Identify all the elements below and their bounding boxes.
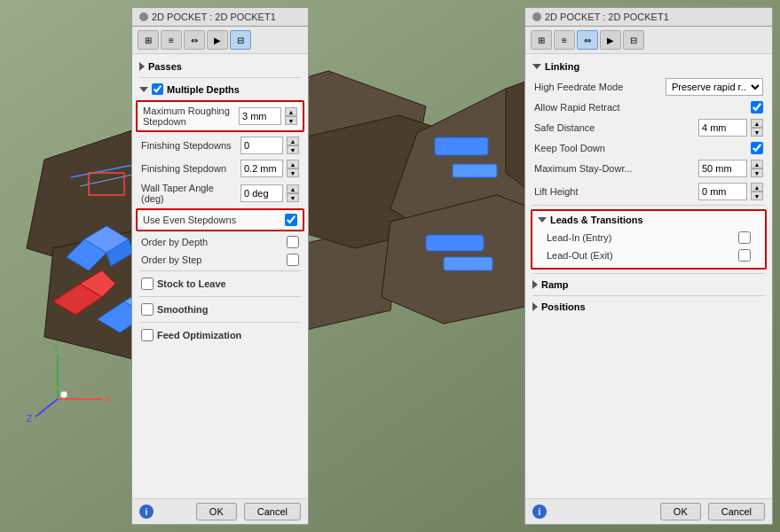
right-toolbar-btn-4[interactable]: ▶ bbox=[600, 30, 621, 50]
toolbar-btn-3[interactable]: ⇔ bbox=[184, 30, 205, 50]
passes-section-header[interactable]: Passes bbox=[132, 58, 308, 75]
multiple-depths-label: Multiple Depths bbox=[167, 84, 240, 95]
toolbar-btn-2[interactable]: ≡ bbox=[161, 30, 182, 50]
order-by-step-label: Order by Step bbox=[141, 254, 283, 265]
finishing-stepdown-label: Finishing Stepdown bbox=[141, 163, 237, 174]
right-info-button[interactable]: i bbox=[532, 505, 547, 519]
max-roughing-label: Maximum Roughing Stepdown bbox=[143, 106, 235, 127]
lead-out-checkbox[interactable] bbox=[738, 249, 751, 262]
lead-in-row: Lead-In (Entry) bbox=[538, 229, 760, 246]
right-divider-1 bbox=[532, 205, 765, 206]
spinner-down-1[interactable]: ▼ bbox=[285, 116, 297, 125]
ramp-header[interactable]: Ramp bbox=[525, 276, 772, 293]
finishing-stepdowns-input[interactable] bbox=[240, 137, 283, 154]
right-panel-title: 2D POCKET : 2D POCKET1 bbox=[525, 8, 772, 27]
multiple-depths-checkbox[interactable] bbox=[152, 83, 163, 95]
keep-tool-down-checkbox[interactable] bbox=[751, 142, 763, 154]
left-ok-button[interactable]: OK bbox=[196, 503, 237, 520]
left-cancel-button[interactable]: Cancel bbox=[244, 503, 301, 520]
safe-distance-input[interactable] bbox=[698, 119, 747, 137]
toolbar-btn-1[interactable]: ⊞ bbox=[138, 30, 159, 50]
left-panel: 2D POCKET : 2D POCKET1 ⊞ ≡ ⇔ ▶ ⊟ Passes … bbox=[131, 7, 309, 525]
divider-1 bbox=[139, 77, 301, 78]
left-panel-footer: i OK Cancel bbox=[132, 498, 308, 524]
passes-label: Passes bbox=[148, 61, 182, 72]
right-spinner-up-3[interactable]: ▲ bbox=[751, 183, 763, 192]
positions-header[interactable]: Positions bbox=[525, 298, 772, 316]
right-toolbar-btn-5[interactable]: ⊟ bbox=[623, 30, 644, 50]
linking-header[interactable]: Linking bbox=[525, 58, 772, 75]
svg-text:Y: Y bbox=[53, 343, 59, 353]
smoothing-checkbox[interactable] bbox=[141, 303, 154, 316]
lead-out-row: Lead-Out (Exit) bbox=[538, 246, 760, 264]
use-even-stepdowns-checkbox[interactable] bbox=[285, 214, 297, 226]
svg-point-29 bbox=[60, 391, 67, 398]
wall-taper-label: Wall Taper Angle (deg) bbox=[141, 183, 237, 204]
lift-height-spinner: ▲ ▼ bbox=[751, 183, 763, 200]
left-info-button[interactable]: i bbox=[139, 505, 154, 519]
stock-to-leave-checkbox[interactable] bbox=[141, 278, 154, 290]
lead-in-checkbox[interactable] bbox=[738, 231, 751, 244]
wall-taper-input[interactable] bbox=[240, 184, 283, 202]
allow-rapid-checkbox[interactable] bbox=[751, 101, 763, 113]
multiple-depths-header[interactable]: Multiple Depths bbox=[132, 80, 308, 98]
linking-label: Linking bbox=[545, 61, 579, 72]
right-divider-3 bbox=[532, 295, 765, 296]
order-by-depth-checkbox[interactable] bbox=[287, 236, 299, 248]
keep-tool-down-row: Keep Tool Down bbox=[525, 139, 772, 157]
right-panel-content: Linking High Feedrate Mode Preserve rapi… bbox=[525, 54, 772, 498]
feed-optimization-row: Feed Optimization bbox=[132, 325, 308, 346]
toolbar-btn-5[interactable]: ⊟ bbox=[230, 30, 251, 50]
lead-out-label: Lead-Out (Exit) bbox=[547, 250, 735, 261]
max-stay-down-input[interactable] bbox=[698, 160, 747, 177]
right-spinner-down-2[interactable]: ▼ bbox=[751, 168, 763, 177]
left-toolbar: ⊞ ≡ ⇔ ▶ ⊟ bbox=[132, 27, 308, 54]
right-toolbar-btn-2[interactable]: ≡ bbox=[554, 30, 575, 50]
wall-taper-spinner: ▲ ▼ bbox=[287, 184, 299, 202]
spinner-down-3[interactable]: ▼ bbox=[287, 168, 299, 177]
max-roughing-spinner: ▲ ▼ bbox=[285, 107, 297, 125]
right-ok-button[interactable]: OK bbox=[660, 503, 701, 520]
right-toolbar-btn-1[interactable]: ⊞ bbox=[531, 30, 552, 50]
max-stay-down-row: Maximum Stay-Dowr... ▲ ▼ bbox=[525, 157, 772, 180]
lead-in-label: Lead-In (Entry) bbox=[547, 232, 735, 243]
finishing-stepdowns-row: Finishing Stepdowns ▲ ▼ bbox=[132, 134, 308, 157]
order-by-depth-row: Order by Depth bbox=[132, 233, 308, 251]
order-by-step-checkbox[interactable] bbox=[287, 254, 299, 266]
svg-text:X: X bbox=[105, 395, 111, 404]
right-spinner-down-3[interactable]: ▼ bbox=[751, 192, 763, 200]
svg-rect-19 bbox=[435, 137, 488, 155]
spinner-down-2[interactable]: ▼ bbox=[287, 145, 299, 154]
right-spinner-up-2[interactable]: ▲ bbox=[751, 160, 763, 168]
toolbar-btn-4[interactable]: ▶ bbox=[207, 30, 228, 50]
spinner-up-3[interactable]: ▲ bbox=[287, 160, 299, 168]
order-by-step-row: Order by Step bbox=[132, 251, 308, 269]
right-cancel-button[interactable]: Cancel bbox=[708, 503, 765, 520]
right-spinner-down-1[interactable]: ▼ bbox=[751, 128, 763, 137]
svg-rect-21 bbox=[426, 235, 484, 251]
leads-transitions-header[interactable]: Leads & Transitions bbox=[538, 215, 760, 225]
leads-transitions-label: Leads & Transitions bbox=[550, 215, 643, 225]
right-title-dot bbox=[532, 12, 541, 21]
allow-rapid-label: Allow Rapid Retract bbox=[534, 102, 747, 113]
leads-triangle bbox=[538, 217, 547, 223]
stock-to-leave-row: Stock to Leave bbox=[132, 273, 308, 294]
divider-2 bbox=[139, 270, 301, 271]
leads-transitions-section: Leads & Transitions Lead-In (Entry) Lead… bbox=[531, 209, 767, 270]
high-feedrate-dropdown[interactable]: Preserve rapid r... bbox=[666, 78, 763, 96]
spinner-up-1[interactable]: ▲ bbox=[285, 107, 297, 116]
divider-4 bbox=[139, 322, 301, 323]
max-roughing-input[interactable] bbox=[239, 107, 281, 125]
spinner-down-4[interactable]: ▼ bbox=[287, 193, 299, 202]
spinner-up-4[interactable]: ▲ bbox=[287, 184, 299, 193]
ramp-label: Ramp bbox=[541, 279, 569, 290]
finishing-stepdown-input[interactable] bbox=[240, 160, 283, 177]
right-toolbar-btn-3[interactable]: ⇔ bbox=[577, 30, 598, 50]
feed-optimization-checkbox[interactable] bbox=[141, 329, 154, 341]
lift-height-input[interactable] bbox=[698, 183, 747, 200]
finishing-stepdowns-spinner: ▲ ▼ bbox=[287, 137, 299, 154]
smoothing-label: Smoothing bbox=[157, 304, 299, 315]
spinner-up-2[interactable]: ▲ bbox=[287, 137, 299, 145]
right-spinner-up-1[interactable]: ▲ bbox=[751, 119, 763, 128]
right-divider-2 bbox=[532, 273, 765, 274]
